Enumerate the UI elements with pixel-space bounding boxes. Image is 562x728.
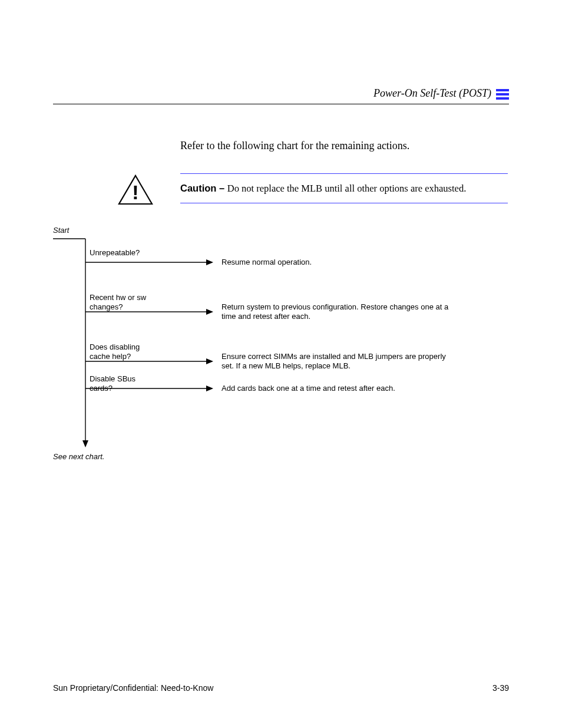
chapter-heading: Power-On Self-Test (POST) — [373, 87, 491, 100]
flow-q2-prompt: Recent hw or sw changes? — [90, 293, 146, 312]
footer-doc-title: Sun Proprietary/Confidential: Need-to-Kn… — [53, 683, 213, 693]
flow-start: Start — [53, 226, 69, 235]
flow-continue: See next chart. — [53, 452, 104, 462]
caution-icon: ! — [117, 173, 154, 209]
menu-icon[interactable] — [496, 89, 509, 100]
flow-q4-action: Add cards back one at a time and retest … — [222, 384, 508, 393]
footer-page-number: 3-39 — [492, 683, 509, 693]
flow-q1-action: Resume normal operation. — [222, 258, 504, 267]
header-rule — [53, 104, 509, 104]
flow-q4-prompt: Disable SBus cards? — [90, 374, 135, 394]
flow-q3-prompt: Does disabling cache help? — [90, 342, 140, 362]
caution-body: Do not replace the MLB until all other o… — [227, 183, 467, 194]
caution-rule-bottom — [180, 203, 508, 203]
flow-q3-action: Ensure correct SIMMs are installed and M… — [222, 352, 508, 371]
flow-q2-action: Return system to previous configuration.… — [222, 302, 508, 322]
svg-text:!: ! — [132, 181, 138, 203]
flow-q1-prompt: Unrepeatable? — [90, 248, 140, 258]
flowchart: Start Unrepeatable? Resume normal operat… — [53, 234, 509, 470]
caution-text: Caution – Do not replace the MLB until a… — [180, 183, 508, 195]
caution-label: Caution – — [180, 183, 224, 193]
caution-rule-top — [180, 173, 508, 174]
intro-text: Refer to the following chart for the rem… — [180, 139, 508, 153]
